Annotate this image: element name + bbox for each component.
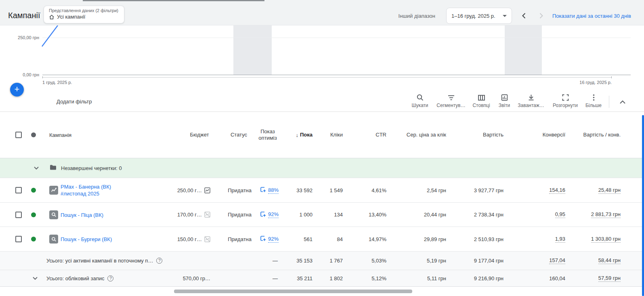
more-button[interactable]: Більше: [575, 92, 612, 111]
conversions-cell: 154,16: [510, 178, 572, 202]
opt-score-value[interactable]: 92%: [268, 211, 279, 218]
ctr-cell: 13,40%: [349, 203, 393, 227]
totals-label: Усього: обліковий запис: [46, 275, 104, 281]
expand-icon: [562, 92, 569, 101]
help-icon[interactable]: ?: [107, 275, 113, 281]
row-checkbox[interactable]: [15, 212, 22, 218]
status-enabled-dot: [31, 212, 36, 217]
data-view-chip[interactable]: Представлення даних (2 фільтри) Усі камп…: [44, 6, 124, 23]
header-budget[interactable]: Бюджет: [175, 112, 224, 158]
chevron-down-icon[interactable]: [34, 165, 39, 171]
cost-per-conv-cell: 1 303,80 грн: [572, 227, 627, 251]
budget-cell[interactable]: 150,00 г…: [175, 227, 224, 251]
opt-score-cell: —: [254, 270, 284, 286]
cost-cell: 9 177,04 грн: [453, 252, 510, 270]
status-column-dot-icon: [31, 132, 36, 137]
top-bar: Кампанії Представлення даних (2 фільтри)…: [0, 0, 644, 25]
status-cell: Придатна: [224, 178, 254, 202]
opt-score-cell[interactable]: 88%: [254, 178, 284, 202]
header-impressions-sorted[interactable]: ↓ Пока: [284, 112, 319, 158]
row-checkbox[interactable]: [15, 236, 22, 242]
totals-account-row: Усього: обліковий запис ? 570,00 гр… — 3…: [0, 270, 644, 287]
toolbar-divider: [609, 96, 609, 108]
download-button[interactable]: Завантаж…: [512, 92, 550, 111]
header-ctr[interactable]: CTR: [349, 112, 393, 158]
header-avg-cpc[interactable]: Сер. ціна за клік: [393, 112, 453, 158]
add-campaign-button[interactable]: +: [10, 83, 24, 97]
cost-per-conv-cell: 25,48 грн: [572, 178, 627, 202]
campaign-name-link[interactable]: Пошук - Бургери (ВК): [61, 236, 112, 243]
table-row[interactable]: Пошук - Піца (ВК) 170,00 г… Придатна 92%…: [0, 203, 644, 227]
clicks-cell: 84: [319, 227, 349, 251]
ctr-cell: 5,12%: [349, 270, 393, 286]
avg-cpc-cell: 5,11 грн: [393, 270, 453, 286]
segment-icon: [447, 92, 455, 101]
select-all-checkbox[interactable]: [15, 132, 22, 138]
table-toolbar: Додати фільтр Шукати Сегментув… Стовпці …: [0, 91, 644, 112]
cost-per-conv-cell: 57,59 грн: [572, 270, 627, 286]
opt-score-cell[interactable]: 92%: [254, 227, 284, 251]
budget-cell[interactable]: 170,00 г…: [175, 203, 224, 227]
drafts-group-row[interactable]: Незавершені чернетки: 0: [0, 158, 644, 178]
cost-cell: 2 510,93 грн: [453, 227, 510, 251]
conversions-cell: 157,04: [510, 252, 572, 270]
help-icon[interactable]: ?: [156, 258, 162, 264]
date-range-select[interactable]: 1–16 груд. 2025 р.: [446, 8, 512, 24]
status-cell: Придатна: [224, 203, 254, 227]
cost-cell: 2 738,34 грн: [453, 203, 510, 227]
status-enabled-dot: [31, 237, 36, 241]
campaign-type-pmax-icon: [49, 186, 58, 195]
conversions-cell: 160,04: [510, 270, 572, 286]
next-range-button-disabled[interactable]: [537, 12, 545, 20]
cost-cell: 9 216,90 грн: [453, 270, 510, 286]
impressions-cell: 35 153: [284, 252, 319, 270]
conversions-cell: 0,95: [510, 203, 572, 227]
horizontal-scrollbar-thumb[interactable]: [174, 290, 412, 293]
row-checkbox[interactable]: [15, 187, 22, 193]
clicks-cell: 134: [319, 203, 349, 227]
status-cell: Придатна: [224, 227, 254, 251]
table-row[interactable]: PMax - Банерна (ВК) #листопад 2025 250,0…: [0, 178, 644, 203]
impressions-cell: 35 211: [284, 270, 319, 286]
cost-per-conv-cell: 58,44 грн: [572, 252, 627, 270]
top-horizontal-scrollbar[interactable]: [83, 0, 264, 1]
show-last-30-days-link[interactable]: Показати дані за останні 30 днів: [552, 13, 631, 19]
ctr-cell: 5,03%: [349, 252, 393, 270]
opt-score-cell[interactable]: 92%: [254, 203, 284, 227]
header-cost-per-conv[interactable]: Вартість / конв.: [572, 112, 627, 158]
campaign-name-link[interactable]: PMax - Банерна (ВК) #листопад 2025: [61, 183, 111, 197]
chevron-down-icon[interactable]: [32, 275, 38, 281]
opt-score-value[interactable]: 88%: [268, 187, 279, 194]
budget-cell[interactable]: 250,00 г…: [175, 178, 224, 202]
campaign-name-link[interactable]: Пошук - Піца (ВК): [61, 211, 103, 218]
prev-range-button[interactable]: [520, 12, 528, 20]
header-clicks[interactable]: Кліки: [319, 112, 349, 158]
vertical-scrollbar[interactable]: [642, 115, 644, 296]
optimization-score-icon: [260, 187, 266, 194]
header-conversions[interactable]: Конверсії: [510, 112, 572, 158]
header-opt-score[interactable]: Показ оптиміз: [254, 112, 284, 158]
header-cost[interactable]: Вартість: [453, 112, 510, 158]
collapse-table-chevron[interactable]: [617, 97, 628, 108]
drafts-label: Незавершені чернетки: 0: [61, 165, 122, 171]
header-campaign[interactable]: Кампанія: [49, 132, 71, 138]
header-status[interactable]: Статус: [224, 112, 254, 158]
search-icon: [416, 92, 424, 101]
cost-line-series: [0, 25, 644, 91]
clicks-cell: 1 549: [319, 178, 349, 202]
clicks-cell: 1 802: [319, 270, 349, 286]
page-title: Кампанії: [8, 11, 40, 20]
download-icon: [527, 92, 535, 101]
sort-descending-icon: ↓: [296, 132, 298, 138]
add-filter-button[interactable]: Додати фільтр: [57, 91, 92, 112]
opt-score-value[interactable]: 92%: [268, 236, 279, 243]
conversions-cell: 1,93: [510, 227, 572, 251]
status-enabled-dot: [31, 188, 36, 193]
google-ads-campaigns-page: Кампанії Представлення даних (2 фільтри)…: [0, 0, 644, 296]
view-chip-subtitle: Представлення даних (2 фільтри): [49, 8, 119, 13]
impressions-cell: 1 000: [284, 203, 319, 227]
shared-budget-chart-off-icon: [204, 236, 210, 242]
optimization-score-icon: [260, 211, 266, 218]
table-row[interactable]: Пошук - Бургери (ВК) 150,00 г… Придатна …: [0, 227, 644, 252]
cost-per-conv-cell: 2 881,73 грн: [572, 203, 627, 227]
